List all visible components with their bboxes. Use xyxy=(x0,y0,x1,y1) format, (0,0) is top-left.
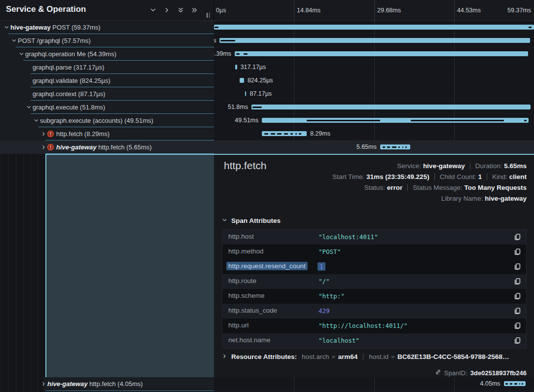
expand-all-icon[interactable] xyxy=(191,7,198,13)
span-bar[interactable] xyxy=(504,381,526,386)
attribute-value: "localhost" xyxy=(319,337,359,344)
chevron-down-icon[interactable] xyxy=(11,38,17,43)
span-duration-label: 54.39ms xyxy=(214,50,231,57)
metadata-value: Too Many Requests xyxy=(464,184,527,191)
self-time-mark xyxy=(514,383,518,385)
attribute-key: http.route xyxy=(228,277,256,285)
chevron-down-icon[interactable] xyxy=(19,51,24,57)
copy-icon[interactable] xyxy=(514,263,521,270)
span-bar[interactable] xyxy=(380,144,411,149)
chevron-down-icon[interactable] xyxy=(34,118,39,123)
span-duration-label: 51.8ms xyxy=(228,104,248,110)
equals-sign: = xyxy=(332,353,336,360)
copy-icon[interactable] xyxy=(514,278,521,285)
span-bar[interactable] xyxy=(262,131,307,136)
attribute-key: http.host xyxy=(228,233,254,240)
collapse-children-icon[interactable] xyxy=(150,7,156,13)
self-time-mark xyxy=(299,133,301,135)
attribute-row: http.method"POST" xyxy=(222,245,526,259)
self-time-mark xyxy=(411,120,504,121)
span-duration-label: 4.05ms xyxy=(480,380,500,387)
panel-resize-handle[interactable] xyxy=(206,12,211,19)
self-time-mark xyxy=(284,133,288,135)
timeline-tick-label: 29.68ms xyxy=(377,0,401,21)
span-metadata: Service: hive-gatewayDuration: 5.65msSta… xyxy=(332,161,527,204)
span-bar[interactable] xyxy=(240,78,244,83)
attribute-value: "/" xyxy=(319,278,330,285)
span-tree-row[interactable]: graphql.parse (317.17µs) xyxy=(0,61,214,74)
self-time-mark xyxy=(405,146,407,148)
span-bar[interactable] xyxy=(214,25,534,30)
chevron-down-icon[interactable] xyxy=(26,105,32,110)
timeline-row: 54.39ms xyxy=(214,47,534,61)
collapse-all-icon[interactable] xyxy=(178,7,184,13)
span-duration-label: 49.51ms xyxy=(235,117,258,124)
copy-icon[interactable] xyxy=(514,337,521,344)
selected-span-expansion xyxy=(45,154,214,377)
self-time-mark xyxy=(510,383,512,385)
span-bar[interactable] xyxy=(245,91,246,96)
span-bar[interactable] xyxy=(235,51,528,56)
span-bar[interactable] xyxy=(219,38,530,43)
chevron-right-icon[interactable] xyxy=(41,381,46,387)
metadata-value: 31ms (23:35:49.225) xyxy=(366,173,429,180)
link-icon[interactable] xyxy=(435,369,441,377)
copy-icon[interactable] xyxy=(514,233,521,241)
metadata-label: Status: xyxy=(364,184,387,191)
span-tree-row[interactable]: hive-gateway http.fetch (5.65ms) xyxy=(0,141,214,154)
copy-icon[interactable] xyxy=(514,292,521,300)
span-duration-label: 5.65ms xyxy=(356,143,377,150)
self-time-mark xyxy=(398,146,400,148)
span-attributes-section-toggle[interactable]: Span Attributes xyxy=(222,217,281,224)
attribute-row: net.host.name"localhost" xyxy=(222,333,526,348)
span-bar[interactable] xyxy=(251,105,531,109)
self-time-mark xyxy=(505,383,508,385)
self-time-mark xyxy=(236,53,240,55)
span-tree-row[interactable]: graphql.context (87.17µs) xyxy=(0,87,214,101)
span-tree-row[interactable]: graphql.execute (51.8ms) xyxy=(0,101,214,114)
copy-icon[interactable] xyxy=(514,248,521,255)
attribute-key: net.host.name xyxy=(228,336,271,344)
copy-icon[interactable] xyxy=(514,322,521,329)
metadata-label: Kind: xyxy=(492,173,509,180)
self-time-mark xyxy=(290,133,293,135)
timeline-row: 57.57ms xyxy=(214,34,534,47)
metadata-value: client xyxy=(509,173,527,180)
error-icon xyxy=(47,143,54,151)
chevron-right-icon[interactable] xyxy=(41,131,46,137)
span-bar[interactable] xyxy=(262,118,529,123)
service-operation-title: Service & Operation xyxy=(6,4,86,14)
metadata-value: 5.65ms xyxy=(504,162,527,170)
span-bar[interactable] xyxy=(235,65,237,70)
expand-children-icon[interactable] xyxy=(164,7,170,13)
span-row-label: hive-gateway POST (59.37ms) xyxy=(10,24,101,31)
span-tree-row[interactable]: subgraph.execute (accounts) (49.51ms) xyxy=(0,114,214,127)
span-tree-row[interactable]: hive-gateway http.fetch (4.05ms) xyxy=(0,377,214,391)
timeline-gridline xyxy=(294,0,294,21)
chevron-right-icon[interactable] xyxy=(41,144,46,150)
span-tree-row[interactable]: http.fetch (8.29ms) xyxy=(0,127,214,141)
copy-icon[interactable] xyxy=(514,307,521,315)
span-row-label: graphql.operation Me (54.39ms) xyxy=(25,50,116,58)
resource-attributes-toggle[interactable]: Resource Attributes:host.arch=arm64host.… xyxy=(222,353,509,360)
self-time-mark xyxy=(519,383,521,385)
span-row-label: hive-gateway http.fetch (4.05ms) xyxy=(47,380,143,388)
metadata-line: Library Name: hive-gateway xyxy=(332,193,527,204)
chevron-down-icon[interactable] xyxy=(4,25,9,30)
self-time-mark xyxy=(522,383,523,385)
timeline-row: 8.29ms xyxy=(214,127,534,141)
attribute-row: http.status_code429 xyxy=(222,304,526,319)
timeline-panel: 0µs14.84ms29.68ms44.53ms59.37ms 57.57ms5… xyxy=(214,0,534,392)
span-row-label: graphql.execute (51.8ms) xyxy=(33,104,105,111)
attribute-value: "localhost:4011" xyxy=(319,233,378,241)
span-row-label: http.fetch (8.29ms) xyxy=(56,130,109,138)
timeline-row: 5.65ms xyxy=(214,141,534,154)
self-time-mark xyxy=(383,146,385,148)
span-tree-row[interactable]: hive-gateway POST (59.37ms) xyxy=(0,21,214,34)
span-tree-row[interactable]: graphql.validate (824.25µs) xyxy=(0,74,214,87)
metadata-value: hive-gateway xyxy=(485,195,527,202)
span-row-label: graphql.parse (317.17µs) xyxy=(33,64,105,71)
chevron-down-icon xyxy=(222,217,227,224)
span-tree-row[interactable]: graphql.operation Me (54.39ms) xyxy=(0,47,214,61)
span-tree-row[interactable]: POST /graphql (57.57ms) xyxy=(0,34,214,47)
